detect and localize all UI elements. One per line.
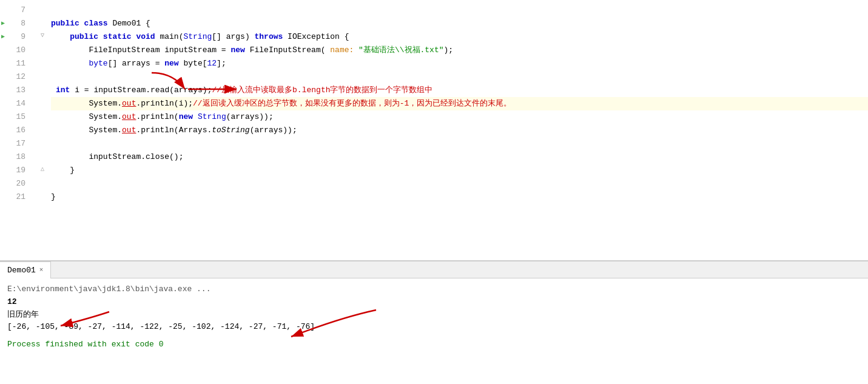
code-lines[interactable]: public class Demo01 { public static void…	[49, 2, 868, 260]
gutter: ▽ △	[36, 2, 49, 260]
editor-area: 7 ▶ 8 ▶ 9 10 11 12 13 14 15 16 17 18 19	[0, 0, 868, 261]
code-line-16: System.out.println(Arrays.toString(array…	[51, 124, 868, 137]
console-array: [-26, -105, -89, -27, -114, -122, -25, -…	[7, 321, 861, 334]
fold-9[interactable]: ▽	[36, 29, 49, 42]
console-number: 12	[7, 296, 861, 309]
code-line-8: public class Demo01 {	[51, 17, 868, 30]
console-chinese-text: 旧历的年	[7, 309, 861, 322]
code-line-19: }	[51, 164, 868, 177]
code-line-10: FileInputStream inputStream = new FileIn…	[51, 44, 868, 57]
line-numbers: 7 ▶ 8 ▶ 9 10 11 12 13 14 15 16 17 18 19	[0, 2, 36, 260]
code-line-20	[51, 177, 868, 190]
code-line-15: System.out.println(new String(arrays));	[51, 110, 868, 124]
console-tab-bar: Demo01 ×	[0, 261, 868, 278]
breakpoint-arrow-9[interactable]: ▶	[1, 30, 5, 44]
console-path: E:\environment\java\jdk1.8\bin\java.exe …	[7, 283, 861, 296]
console-tab-close[interactable]: ×	[39, 266, 44, 274]
code-line-17	[51, 137, 868, 150]
code-line-9: public static void main(String[] args) t…	[51, 30, 868, 44]
code-line-11: byte[] arrays = new byte[12];	[51, 57, 868, 70]
fold-19[interactable]: △	[36, 163, 49, 176]
code-line-13: int i = inputStream.read(arrays);//从输入流中…	[51, 84, 868, 97]
code-line-21: }	[51, 190, 868, 204]
code-line-12	[51, 70, 868, 84]
code-line-18: inputStream.close();	[51, 150, 868, 164]
console-output: E:\environment\java\jdk1.8\bin\java.exe …	[0, 278, 868, 356]
breakpoint-arrow-8[interactable]: ▶	[1, 17, 5, 30]
console-panel: Demo01 × E:\environment\java\jdk1.8\bin\…	[0, 261, 868, 384]
console-tab-label: Demo01	[7, 266, 36, 275]
console-exit-status: Process finished with exit code 0	[7, 339, 861, 351]
console-tab-demo01[interactable]: Demo01 ×	[0, 261, 51, 278]
code-line-7	[51, 4, 868, 17]
code-line-14: System.out.println(i);//返回读入缓冲区的总字节数，如果没…	[51, 97, 868, 110]
